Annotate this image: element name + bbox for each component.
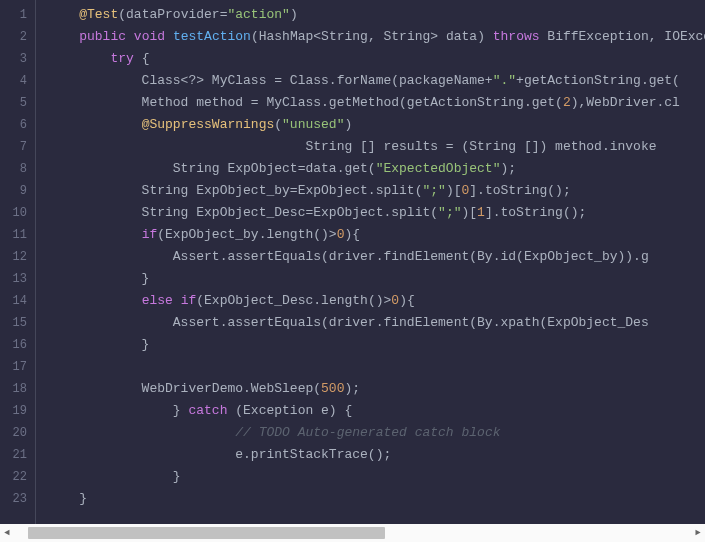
code-token: String [] results = (String []) method.i… [48,139,657,154]
code-token: @Test [79,7,118,22]
line-number: 7 [4,136,27,158]
code-token: try [110,51,133,66]
code-token: // TODO Auto-generated catch block [235,425,500,440]
code-token: (HashMap<String, String> data) [251,29,493,44]
code-token: catch [188,403,227,418]
code-token: void [134,29,165,44]
code-line[interactable]: } [48,466,705,488]
code-token: 2 [563,95,571,110]
code-line[interactable]: String [] results = (String []) method.i… [48,136,705,158]
code-token: ].toString(); [485,205,586,220]
code-token [165,29,173,44]
code-token [48,29,79,44]
horizontal-scrollbar[interactable]: ◄ ► [0,524,705,542]
code-token [48,293,142,308]
scroll-right-arrow-icon[interactable]: ► [691,524,705,542]
code-token: { [134,51,150,66]
code-line[interactable]: if(ExpObject_by.length()>0){ [48,224,705,246]
code-token: ( [274,117,282,132]
code-token: public [79,29,126,44]
code-token: +getActionString.get( [516,73,680,88]
code-line[interactable]: String ExpObject=data.get("ExpectedObjec… [48,158,705,180]
line-number: 13 [4,268,27,290]
code-token [48,425,235,440]
code-token [48,117,142,132]
code-token [48,227,142,242]
code-line[interactable]: @Test(dataProvider="action") [48,4,705,26]
code-line[interactable]: @SuppressWarnings("unused") [48,114,705,136]
code-token: throws [493,29,540,44]
code-line[interactable]: Class<?> MyClass = Class.forName(package… [48,70,705,92]
code-token: Class<?> MyClass = Class.forName(package… [48,73,493,88]
code-line[interactable] [48,356,705,378]
line-number: 19 [4,400,27,422]
line-number: 9 [4,180,27,202]
code-token: ) [344,117,352,132]
code-token: ){ [399,293,415,308]
code-token: ) [290,7,298,22]
line-number: 6 [4,114,27,136]
code-line[interactable]: // TODO Auto-generated catch block [48,422,705,444]
line-number: 22 [4,466,27,488]
code-line[interactable]: } [48,488,705,510]
code-line[interactable]: try { [48,48,705,70]
code-token: "unused" [282,117,344,132]
code-token: )[ [461,205,477,220]
code-token: WebDriverDemo.WebSleep( [48,381,321,396]
code-editor: 1234567891011121314151617181920212223 @T… [0,0,705,524]
code-line[interactable]: } catch (Exception e) { [48,400,705,422]
line-number: 12 [4,246,27,268]
line-number: 20 [4,422,27,444]
code-token [173,293,181,308]
code-line[interactable]: } [48,268,705,290]
code-line[interactable]: Method method = MyClass.getMethod(getAct… [48,92,705,114]
code-token: } [48,271,149,286]
code-token: Assert.assertEquals(driver.findElement(B… [48,249,649,264]
code-token: ){ [344,227,360,242]
scroll-left-arrow-icon[interactable]: ◄ [0,524,14,542]
code-token: ";" [422,183,445,198]
code-line[interactable]: public void testAction(HashMap<String, S… [48,26,705,48]
line-number: 17 [4,356,27,378]
code-line[interactable]: Assert.assertEquals(driver.findElement(B… [48,246,705,268]
code-token: } [48,491,87,506]
code-token: if [142,227,158,242]
line-number: 21 [4,444,27,466]
line-number: 18 [4,378,27,400]
code-token: String ExpObject_Desc=ExpObject.split( [48,205,438,220]
code-token: else [142,293,173,308]
code-token: ); [500,161,516,176]
code-line[interactable]: WebDriverDemo.WebSleep(500); [48,378,705,400]
code-token: Method method = MyClass.getMethod(getAct… [48,95,563,110]
code-content-area[interactable]: @Test(dataProvider="action") public void… [36,0,705,524]
code-token: "ExpectedObject" [376,161,501,176]
code-line[interactable]: String ExpObject_Desc=ExpObject.split(";… [48,202,705,224]
code-line[interactable]: else if(ExpObject_Desc.length()>0){ [48,290,705,312]
code-token: )[ [446,183,462,198]
code-token: (ExpObject_Desc.length()> [196,293,391,308]
line-number: 14 [4,290,27,312]
code-token [48,7,79,22]
code-line[interactable]: String ExpObject_by=ExpObject.split(";")… [48,180,705,202]
code-token: e.printStackTrace(); [48,447,391,462]
line-number-gutter: 1234567891011121314151617181920212223 [0,0,36,524]
scrollbar-track[interactable] [28,524,677,542]
code-line[interactable]: e.printStackTrace(); [48,444,705,466]
code-token [126,29,134,44]
line-number: 23 [4,488,27,510]
code-token: ),WebDriver.cl [571,95,680,110]
code-token: } [48,337,149,352]
code-token: (ExpObject_by.length()> [157,227,336,242]
code-token: String ExpObject_by=ExpObject.split( [48,183,422,198]
line-number: 10 [4,202,27,224]
code-line[interactable]: } [48,334,705,356]
code-token: } [48,469,181,484]
code-line[interactable]: Assert.assertEquals(driver.findElement(B… [48,312,705,334]
code-token: (Exception e) { [227,403,352,418]
code-token: if [181,293,197,308]
code-token: ";" [438,205,461,220]
code-token: } [48,403,188,418]
line-number: 1 [4,4,27,26]
code-token: BiffException, IOExce [540,29,705,44]
scrollbar-thumb[interactable] [28,527,385,539]
